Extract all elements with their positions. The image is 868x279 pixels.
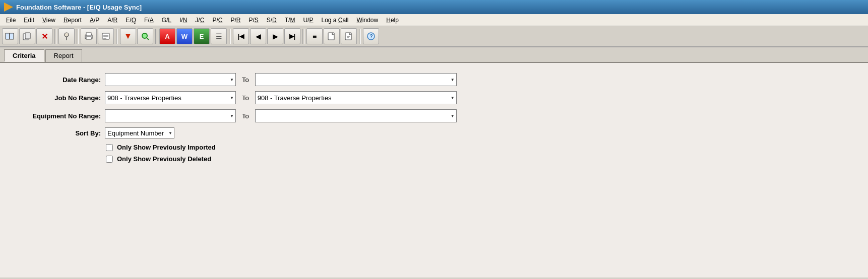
menu-view[interactable]: View: [38, 16, 59, 25]
job-no-from-wrapper: 908 - Traverse Properties: [105, 91, 236, 104]
tab-area: Criteria Report: [0, 47, 868, 63]
menu-eq[interactable]: E/Q: [121, 16, 140, 25]
job-no-range-row: Job No Range: 908 - Traverse Properties …: [20, 91, 848, 104]
main-content: Date Range: To Job No Range: 908 - Trave…: [0, 63, 868, 277]
date-range-from-select[interactable]: [105, 73, 236, 86]
checkbox-1-label: Only Show Previously Imported: [117, 144, 216, 151]
menu-jc[interactable]: J/C: [191, 16, 208, 25]
toolbar-print-icon[interactable]: [81, 28, 97, 44]
toolbar-download-icon[interactable]: ▼: [120, 28, 136, 44]
tab-criteria[interactable]: Criteria: [4, 49, 44, 62]
toolbar-separator-3: [116, 29, 118, 44]
menu-gl[interactable]: G/L: [158, 16, 175, 25]
menu-window[interactable]: Window: [353, 16, 383, 25]
to-label-1: To: [242, 76, 249, 84]
toolbar-separator-1: [54, 29, 56, 44]
toolbar-prev-icon[interactable]: ◀: [250, 28, 266, 44]
equipment-no-range-row: Equipment No Range: To: [20, 109, 848, 122]
checkbox-row-1: Only Show Previously Imported: [20, 144, 848, 151]
menu-report[interactable]: Report: [59, 16, 86, 25]
toolbar-new-doc-icon[interactable]: [324, 28, 340, 44]
job-no-range-label: Job No Range:: [20, 94, 101, 102]
tab-report[interactable]: Report: [45, 49, 82, 62]
sort-by-wrapper: Equipment Number Job Number Date: [105, 127, 174, 138]
equipment-no-to-wrapper: [255, 109, 457, 122]
job-no-to-select[interactable]: 908 - Traverse Properties: [255, 91, 457, 104]
svg-rect-9: [86, 37, 91, 39]
toolbar-export-icon[interactable]: ☰: [211, 28, 227, 44]
to-label-2: To: [242, 94, 249, 102]
toolbar-help-icon[interactable]: ?: [363, 28, 379, 44]
sort-by-row: Sort By: Equipment Number Job Number Dat…: [20, 127, 848, 138]
toolbar-word-icon[interactable]: W: [176, 28, 193, 44]
svg-rect-8: [86, 33, 91, 36]
svg-rect-0: [6, 33, 10, 39]
app-title: Foundation Software - [E/Q Usage Sync]: [16, 4, 142, 11]
job-no-from-select[interactable]: 908 - Traverse Properties: [105, 91, 236, 104]
toolbar-acrobat-icon[interactable]: A: [159, 28, 175, 44]
equipment-no-from-wrapper: [105, 109, 236, 122]
toolbar-last-icon[interactable]: ▶|: [284, 28, 300, 44]
svg-point-14: [142, 33, 147, 38]
equipment-no-range-label: Equipment No Range:: [20, 112, 101, 120]
menu-pc[interactable]: P/C: [208, 16, 226, 25]
equipment-no-from-select[interactable]: [105, 109, 236, 122]
menu-up[interactable]: U/P: [299, 16, 317, 25]
checkbox-row-2: Only Show Previously Deleted: [20, 155, 848, 163]
only-show-previously-deleted-checkbox[interactable]: [106, 156, 113, 163]
to-label-3: To: [242, 112, 249, 120]
toolbar-records-icon[interactable]: ≡: [306, 28, 323, 44]
toolbar: ✕ ▼ A W E ☰ |◀ ◀ ▶ ▶|: [0, 26, 868, 47]
toolbar-separator-6: [302, 29, 304, 44]
equipment-no-to-select[interactable]: [255, 109, 457, 122]
menu-bar: File Edit View Report A/P A/R E/Q F/A G/…: [0, 14, 868, 26]
toolbar-separator-4: [155, 29, 157, 44]
menu-file[interactable]: File: [2, 16, 20, 25]
date-range-row: Date Range: To: [20, 73, 848, 86]
menu-help[interactable]: Help: [382, 16, 403, 25]
date-range-from-wrapper: [105, 73, 236, 86]
menu-edit[interactable]: Edit: [20, 16, 38, 25]
toolbar-copy-icon[interactable]: [19, 28, 35, 44]
menu-ps[interactable]: P/S: [244, 16, 262, 25]
menu-ar[interactable]: A/R: [103, 16, 121, 25]
menu-tm[interactable]: T/M: [281, 16, 299, 25]
toolbar-list-icon[interactable]: [98, 28, 114, 44]
svg-rect-4: [25, 33, 30, 39]
toolbar-separator-2: [77, 29, 79, 44]
toolbar-excel-icon[interactable]: E: [194, 28, 210, 44]
sort-by-select[interactable]: Equipment Number Job Number Date: [105, 127, 174, 138]
toolbar-close-icon[interactable]: ✕: [36, 28, 52, 44]
title-bar: Foundation Software - [E/Q Usage Sync]: [0, 0, 868, 14]
svg-text:?: ?: [370, 34, 373, 39]
svg-point-5: [65, 33, 69, 37]
menu-ap[interactable]: A/P: [86, 16, 103, 25]
toolbar-search-icon[interactable]: [137, 28, 153, 44]
menu-in[interactable]: I/N: [175, 16, 191, 25]
toolbar-next-icon[interactable]: ▶: [267, 28, 283, 44]
toolbar-pin-icon[interactable]: [58, 28, 75, 44]
svg-line-15: [147, 38, 149, 40]
app-icon: [4, 3, 13, 12]
menu-log-call[interactable]: Log a Call: [317, 16, 352, 25]
sort-by-label: Sort By:: [20, 129, 101, 137]
toolbar-separator-5: [229, 29, 231, 44]
toolbar-first-icon[interactable]: |◀: [233, 28, 249, 44]
date-range-to-wrapper: [255, 73, 457, 86]
job-no-to-wrapper: 908 - Traverse Properties: [255, 91, 457, 104]
svg-rect-1: [10, 33, 14, 39]
toolbar-open-doc-icon[interactable]: [341, 28, 357, 44]
checkbox-2-label: Only Show Previously Deleted: [117, 155, 211, 163]
menu-pr[interactable]: P/R: [226, 16, 244, 25]
date-range-label: Date Range:: [20, 76, 101, 84]
only-show-previously-imported-checkbox[interactable]: [106, 144, 113, 151]
date-range-to-select[interactable]: [255, 73, 457, 86]
toolbar-separator-7: [359, 29, 361, 44]
toolbar-open-icon[interactable]: [2, 28, 18, 44]
menu-sd[interactable]: S/D: [263, 16, 281, 25]
menu-fa[interactable]: F/A: [140, 16, 158, 25]
